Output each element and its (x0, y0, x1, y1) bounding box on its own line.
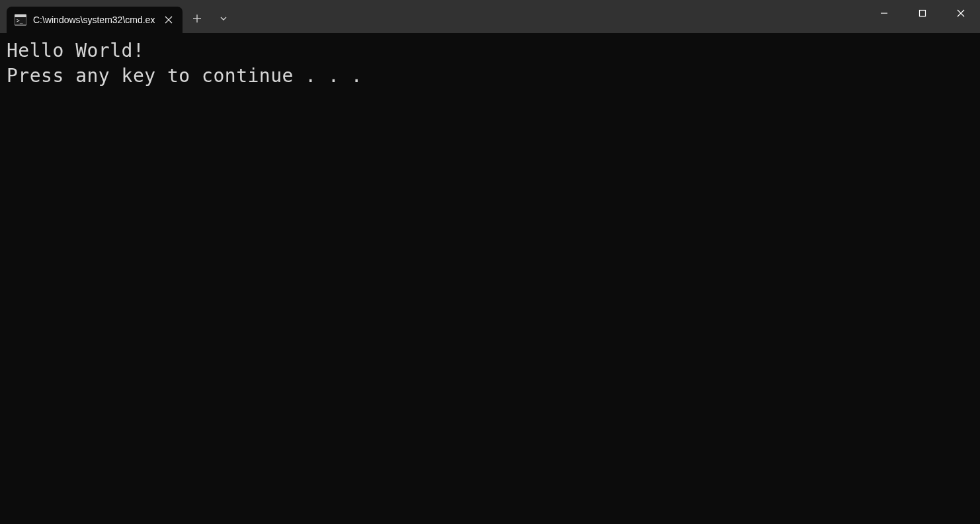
maximize-button[interactable] (903, 0, 942, 26)
tab-dropdown-button[interactable] (212, 7, 235, 33)
cmd-icon: >_ (15, 14, 26, 26)
window-controls (865, 0, 980, 33)
svg-text:>_: >_ (17, 18, 23, 24)
minimize-button[interactable] (865, 0, 903, 26)
terminal-output[interactable]: Hello World! Press any key to continue .… (0, 33, 980, 524)
tab-close-button[interactable] (161, 13, 176, 27)
maximize-icon (918, 9, 927, 18)
titlebar-left: >_ C:\windows\system32\cmd.ex (0, 0, 235, 33)
close-icon (165, 16, 173, 24)
close-icon (956, 9, 965, 18)
minimize-icon (879, 9, 889, 18)
svg-rect-8 (920, 11, 926, 17)
close-window-button[interactable] (942, 0, 980, 26)
tab-cmd[interactable]: >_ C:\windows\system32\cmd.ex (7, 7, 183, 33)
tab-title: C:\windows\system32\cmd.ex (33, 15, 155, 25)
console-line: Hello World! (7, 40, 144, 62)
titlebar: >_ C:\windows\system32\cmd.ex (0, 0, 980, 33)
svg-rect-1 (15, 15, 26, 17)
chevron-down-icon (219, 14, 228, 23)
plus-icon (192, 14, 202, 23)
new-tab-button[interactable] (183, 7, 212, 33)
console-line: Press any key to continue . . . (7, 65, 362, 87)
